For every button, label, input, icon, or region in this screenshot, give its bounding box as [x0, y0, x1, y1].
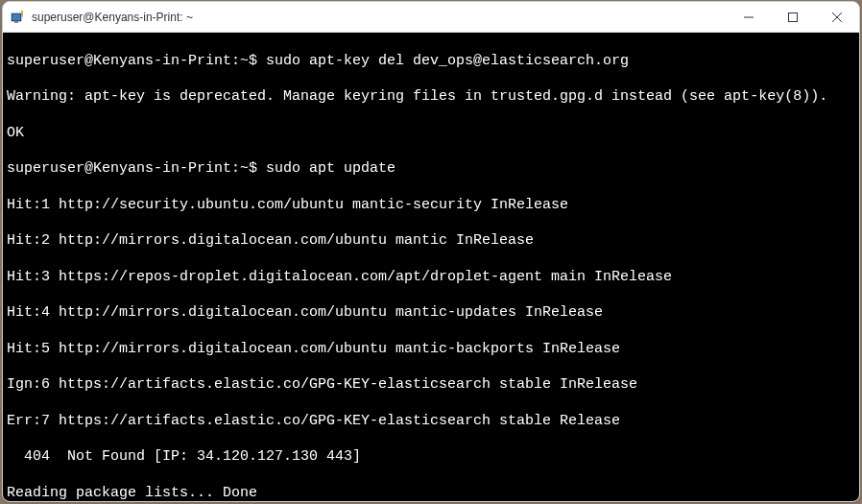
- maximize-button[interactable]: [771, 2, 815, 32]
- prompt-path: :~$: [231, 53, 257, 69]
- svg-rect-4: [14, 21, 18, 23]
- command-text: sudo apt-key del dev_ops@elasticsearch.o…: [257, 53, 629, 69]
- close-button[interactable]: [815, 2, 859, 32]
- terminal-content[interactable]: superuser@Kenyans-in-Print:~$ sudo apt-k…: [3, 33, 859, 501]
- terminal-window: superuser@Kenyans-in-Print: ~ superuser@…: [2, 1, 860, 502]
- terminal-line: Hit:1 http://security.ubuntu.com/ubuntu …: [7, 197, 855, 215]
- command-text: sudo apt update: [257, 160, 395, 177]
- terminal-line: Hit:4 http://mirrors.digitalocean.com/ub…: [7, 304, 855, 323]
- terminal-line: Err:7 https://artifacts.elastic.co/GPG-K…: [7, 413, 855, 431]
- terminal-line: Hit:3 https://repos-droplet.digitalocean…: [7, 269, 855, 287]
- titlebar: superuser@Kenyans-in-Print: ~: [3, 2, 859, 33]
- terminal-line: 404 Not Found [IP: 34.120.127.130 443]: [7, 448, 855, 467]
- terminal-line: Hit:2 http://mirrors.digitalocean.com/ub…: [7, 232, 855, 251]
- window-title: superuser@Kenyans-in-Print: ~: [32, 11, 727, 24]
- minimize-button[interactable]: [727, 2, 771, 32]
- putty-icon: [11, 10, 26, 25]
- terminal-line: Ign:6 https://artifacts.elastic.co/GPG-K…: [7, 376, 855, 395]
- terminal-line: superuser@Kenyans-in-Print:~$ sudo apt-k…: [7, 53, 855, 71]
- terminal-line: OK: [7, 125, 855, 143]
- svg-rect-1: [12, 14, 20, 20]
- prompt-user: superuser@Kenyans-in-Print: [7, 53, 231, 69]
- svg-marker-3: [21, 15, 23, 17]
- svg-rect-2: [21, 11, 23, 15]
- svg-rect-6: [789, 12, 798, 21]
- terminal-line: Warning: apt-key is deprecated. Manage k…: [7, 88, 855, 107]
- terminal-line: Reading package lists... Done: [7, 485, 855, 501]
- window-controls: [727, 2, 859, 32]
- terminal-line: Hit:5 http://mirrors.digitalocean.com/ub…: [7, 341, 855, 359]
- prompt-user: superuser@Kenyans-in-Print: [7, 160, 231, 177]
- terminal-line: superuser@Kenyans-in-Print:~$ sudo apt u…: [7, 160, 855, 179]
- prompt-path: :~$: [231, 160, 257, 177]
